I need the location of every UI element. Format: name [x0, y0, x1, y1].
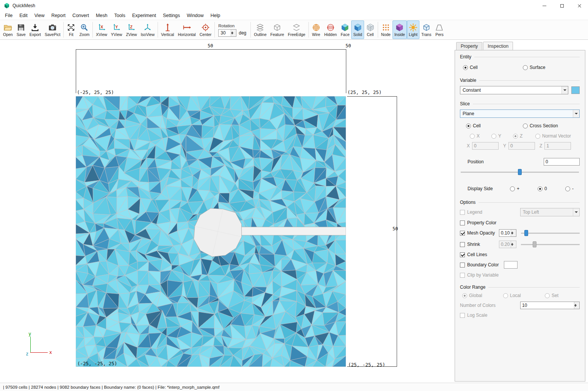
display-side-zero-radio[interactable]: 0	[538, 186, 565, 191]
toolbar-outline-button[interactable]: Outline	[252, 20, 268, 39]
toolbar-open-button[interactable]: Open	[1, 20, 15, 39]
spinner-arrows-icon[interactable]	[511, 230, 516, 236]
toolbar-freeedge-button[interactable]: FreeEdge	[286, 20, 307, 39]
menu-report[interactable]: Report	[48, 12, 69, 19]
toolbar-node-button[interactable]: Node	[379, 20, 393, 39]
variable-color-swatch[interactable]	[571, 86, 580, 94]
scope-set-radio[interactable]: Set	[545, 293, 558, 298]
position-input[interactable]: 0	[544, 158, 580, 166]
tab-property[interactable]: Property	[456, 42, 482, 50]
toolbar-fit-button[interactable]: Fit	[65, 20, 77, 39]
axis-x-radio[interactable]: X	[470, 133, 491, 139]
mesh-render[interactable]	[76, 96, 346, 367]
statusbar: | 97509 cells | 28274 nodes | 9082 bound…	[0, 383, 588, 391]
boundary-color-swatch[interactable]	[504, 261, 518, 269]
menu-mesh[interactable]: Mesh	[92, 12, 111, 19]
menu-tools[interactable]: Tools	[111, 12, 128, 19]
maximize-button[interactable]	[553, 0, 571, 11]
menu-view[interactable]: View	[31, 12, 48, 19]
axis-y-radio[interactable]: Y	[491, 133, 513, 139]
fit-icon	[67, 23, 75, 32]
toolbar-separator	[378, 22, 378, 38]
slider-handle[interactable]	[524, 230, 528, 236]
viewport[interactable]: 50 50 50 (-25, 25, 25) (25, 25, 25) (-25…	[0, 40, 455, 383]
menu-experiment[interactable]: Experiment	[129, 12, 160, 19]
axis-z-radio[interactable]: Z	[513, 133, 535, 139]
position-slider[interactable]	[461, 169, 579, 175]
close-button[interactable]	[571, 0, 588, 11]
face-icon	[341, 23, 349, 32]
zview-icon: Z	[127, 23, 136, 32]
menu-settings[interactable]: Settings	[160, 12, 183, 19]
vector-x-field[interactable]: 0	[472, 142, 499, 150]
toolbar-isoview-button[interactable]: IsoView	[139, 20, 156, 39]
number-of-colors-spinbox[interactable]: 10	[520, 302, 580, 309]
property-color-checkbox[interactable]: Property Color	[460, 220, 496, 225]
vector-z-field[interactable]: 1	[544, 142, 571, 150]
shrink-checkbox[interactable]: Shrink	[460, 242, 499, 247]
log-scale-checkbox[interactable]: Log Scale	[460, 313, 487, 318]
display-side-minus-radio[interactable]: -	[565, 186, 574, 191]
slider-handle[interactable]	[533, 241, 536, 247]
slice-cross-section-radio[interactable]: Cross Section	[523, 123, 558, 128]
toolbar-zview-button[interactable]: ZZView	[124, 20, 139, 39]
toolbar-export-button[interactable]: Export	[28, 20, 43, 39]
slider-handle[interactable]	[518, 169, 522, 175]
shrink-slider[interactable]	[521, 241, 580, 248]
slice-mode-options: Cell Cross Section	[460, 123, 580, 128]
toolbar-vertical-button[interactable]: Vertical	[159, 20, 176, 39]
scope-global-radio[interactable]: Global	[462, 293, 503, 298]
shrink-spinbox[interactable]: 0.20	[499, 241, 516, 248]
variable-combo[interactable]: Constant	[460, 86, 568, 94]
main-area: 50 50 50 (-25, 25, 25) (25, 25, 25) (-25…	[0, 40, 588, 383]
mesh-opacity-slider[interactable]	[521, 230, 580, 236]
rotation-spinbox[interactable]: 30	[218, 29, 236, 37]
toolbar-save-button[interactable]: Save	[15, 20, 28, 39]
toolbar-zoom-button[interactable]: Zoom	[77, 20, 91, 39]
legend-checkbox[interactable]: Legend	[460, 210, 482, 215]
legend-position-combo[interactable]: Top Left	[520, 208, 580, 216]
toolbar-solid-button[interactable]: Solid	[351, 20, 364, 39]
slice-combo[interactable]: Plane	[460, 109, 580, 118]
spinner-arrows-icon[interactable]	[574, 302, 579, 309]
toolbar-wire-button[interactable]: Wire	[310, 20, 322, 39]
mesh-opacity-checkbox[interactable]: Mesh Opacity	[460, 230, 499, 236]
menu-convert[interactable]: Convert	[69, 12, 92, 19]
tab-inspection[interactable]: Inspection	[483, 42, 513, 50]
toolbar-cell-button[interactable]: Cell	[364, 20, 377, 39]
maximize-icon	[560, 4, 564, 8]
spinner-arrows-icon[interactable]	[511, 241, 516, 248]
toolbar-center-button[interactable]: Center	[198, 20, 214, 39]
cell-lines-checkbox[interactable]: Cell Lines	[460, 252, 487, 257]
menu-file[interactable]: File	[2, 12, 16, 19]
toolbar-hidden-button[interactable]: Hidden	[322, 20, 339, 39]
toolbar-pers-button[interactable]: Pers	[433, 20, 446, 39]
entity-cell-radio[interactable]: Cell	[463, 65, 523, 70]
toolbar-inside-button[interactable]: Inside	[393, 20, 407, 39]
boundary-color-checkbox[interactable]: Boundary Color	[460, 262, 499, 267]
toolbar-xview-button[interactable]: XXView	[94, 20, 109, 39]
toolbar-feature-button[interactable]: Feature	[269, 20, 286, 39]
slider-track	[521, 244, 580, 245]
display-side-plus-radio[interactable]: +	[510, 186, 538, 191]
toolbar-savepict-button[interactable]: SavePict	[43, 20, 62, 39]
entity-surface-radio[interactable]: Surface	[523, 65, 545, 70]
slice-cell-radio[interactable]: Cell	[466, 123, 523, 128]
axis-normal-vector-radio[interactable]: Normal Vector	[535, 133, 571, 139]
svg-text:X: X	[100, 25, 103, 29]
toolbar-face-button[interactable]: Face	[339, 20, 351, 39]
menu-window[interactable]: Window	[183, 12, 207, 19]
menu-help[interactable]: Help	[207, 12, 224, 19]
toolbar-trans-button[interactable]: Trans	[419, 20, 433, 39]
toolbar-light-button[interactable]: Light	[407, 20, 419, 39]
menu-edit[interactable]: Edit	[16, 12, 31, 19]
vector-y-field[interactable]: 0	[508, 142, 535, 150]
clip-by-variable-checkbox[interactable]: Clip by Variable	[460, 272, 499, 278]
minimize-button[interactable]	[536, 0, 553, 11]
mesh-opacity-spinbox[interactable]: 0.10	[499, 229, 516, 237]
toolbar-yview-button[interactable]: YYView	[109, 20, 124, 39]
freeedge-icon	[292, 23, 301, 32]
spinner-arrows-icon[interactable]	[231, 30, 236, 36]
scope-local-radio[interactable]: Local	[503, 293, 545, 298]
toolbar-horizontal-button[interactable]: Horizontal	[176, 20, 197, 39]
